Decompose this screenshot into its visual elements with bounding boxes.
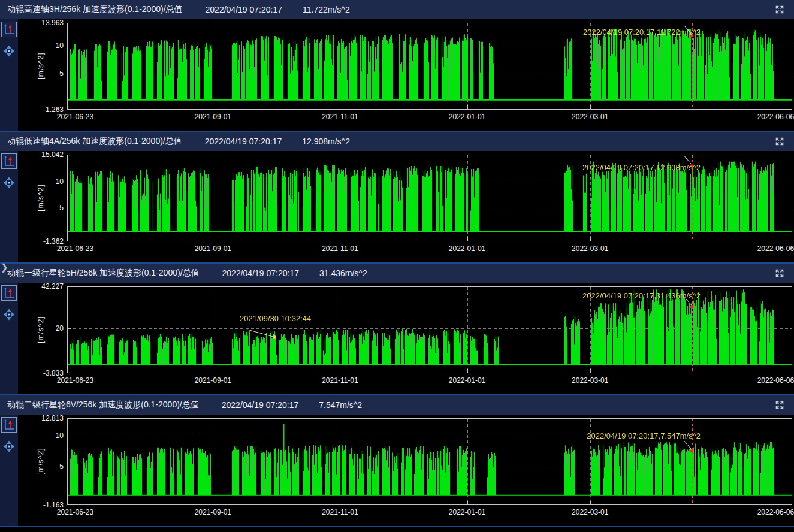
- x-tick-label: 2022-01-01: [449, 508, 485, 516]
- x-tick-label: 2021-09-01: [195, 376, 231, 385]
- panel-title: 动辊一级行星轮5H/256k 加速度波形(0.1-2000)/总值: [7, 268, 200, 279]
- y-tick-label: 10: [4, 177, 64, 186]
- expand-button[interactable]: [772, 398, 787, 412]
- panel-body: [m/s^2] 13.963 10 5 -1.263 2021-06-23 20…: [0, 19, 794, 131]
- panel-header: 动辊低速轴4A/256k 加速度波形(0.1-2000)/总值 2022/04/…: [0, 132, 794, 151]
- panel-header: 动辊高速轴3H/256k 加速度波形(0.1-2000)/总值 2022/04/…: [0, 0, 794, 19]
- panel-toolbar: [0, 283, 18, 394]
- panel-timestamp: 2022/04/19 07:20:17: [205, 137, 282, 146]
- panel-overall-value: 31.436m/s^2: [319, 268, 367, 278]
- x-tick-label: 2022-03-01: [572, 113, 608, 121]
- panel-title: 动辊高速轴3H/256k 加速度波形(0.1-2000)/总值: [7, 4, 183, 15]
- panel-overall-value: 11.722m/s^2: [303, 5, 350, 14]
- cursor-annotation: 2022/04/19 07:20:17,11.722m/s^2: [583, 28, 701, 37]
- x-tick-label: 2021-06-23: [57, 244, 93, 253]
- x-tick-label: 2022-03-01: [572, 508, 608, 516]
- x-tick-label: 2022-01-01: [449, 244, 485, 253]
- cursor-annotation: 2022/04/19 07:20:17,7.547m/s^2: [587, 431, 701, 440]
- x-tick-label: 2021-09-01: [195, 113, 231, 121]
- panel-header: 动辊一级行星轮5H/256k 加速度波形(0.1-2000)/总值 2022/0…: [0, 264, 794, 283]
- sidebar-expand-chevron-icon[interactable]: ❯: [1, 262, 8, 272]
- trend-panel: 动辊低速轴4A/256k 加速度波形(0.1-2000)/总值 2022/04/…: [0, 132, 794, 264]
- y-tick-label: -1.263: [4, 105, 64, 114]
- x-tick-label: 2021-06-23: [57, 376, 93, 385]
- expand-arrows-icon: [774, 136, 785, 147]
- x-tick-label: 2021-09-01: [195, 244, 231, 253]
- expand-arrows-icon: [774, 400, 785, 410]
- x-tick-label: 2022-03-01: [572, 244, 608, 253]
- trend-panel: 动辊高速轴3H/256k 加速度波形(0.1-2000)/总值 2022/04/…: [0, 0, 794, 132]
- pan-button[interactable]: [2, 440, 16, 453]
- y-tick-label: 10: [4, 431, 64, 440]
- x-tick-label: 2021-11-01: [322, 376, 358, 385]
- y-tick-label: 10: [4, 41, 64, 50]
- y-tick-label: 5: [4, 204, 64, 212]
- x-tick-label: 2021-11-01: [322, 113, 358, 121]
- expand-arrows-icon: [774, 4, 785, 15]
- pan-button[interactable]: [2, 308, 16, 321]
- trend-panel: 动辊二级行星轮6V/256k 加速度波形(0.1-2000)/总值 2022/0…: [0, 395, 794, 527]
- x-tick-label: 2022-06-06: [757, 244, 794, 253]
- y-tick-label: 5: [4, 463, 64, 471]
- panel-timestamp: 2022/04/19 07:20:17: [222, 268, 299, 278]
- x-tick-label: 2022-06-06: [757, 113, 794, 121]
- x-tick-label: 2021-11-01: [322, 508, 358, 516]
- x-tick-label: 2021-06-23: [57, 113, 93, 121]
- x-tick-label: 2021-06-23: [57, 508, 93, 516]
- x-tick-label: 2022-03-01: [572, 376, 608, 385]
- trend-panel: 动辊一级行星轮5H/256k 加速度波形(0.1-2000)/总值 2022/0…: [0, 264, 794, 395]
- panel-overall-value: 7.547m/s^2: [319, 400, 362, 410]
- pan-arrows-icon: [3, 440, 15, 452]
- pan-arrows-icon: [3, 309, 15, 321]
- panel-body: [m/s^2] 15.042 10 5 -1.362 2021-06-23 20…: [0, 151, 794, 262]
- x-tick-label: 2021-11-01: [322, 244, 358, 253]
- y-tick-label: 13.963: [4, 19, 64, 27]
- expand-button[interactable]: [772, 2, 787, 17]
- y-tick-label: 42.227: [4, 282, 64, 291]
- y-tick-label: 20: [4, 324, 64, 332]
- x-tick-label: 2021-09-01: [195, 508, 231, 516]
- x-tick-label: 2022-06-06: [757, 508, 794, 516]
- panel-title: 动辊二级行星轮6V/256k 加速度波形(0.1-2000)/总值: [7, 400, 199, 410]
- cursor-annotation: 2022/04/19 07:20:17,12.908m/s^2: [582, 163, 701, 172]
- panel-timestamp: 2022/04/19 07:20:17: [206, 5, 282, 14]
- y-tick-label: -3.833: [4, 369, 64, 377]
- panel-title: 动辊低速轴4A/256k 加速度波形(0.1-2000)/总值: [7, 136, 182, 147]
- y-tick-label: 5: [4, 69, 64, 78]
- panel-body: [m/s^2] 12.813 10 5 -1.163 2021-06-23 20…: [0, 415, 794, 526]
- x-tick-label: 2022-01-01: [449, 113, 485, 121]
- panel-overall-value: 12.908m/s^2: [302, 137, 350, 146]
- y-tick-label: -1.362: [4, 237, 64, 246]
- expand-button[interactable]: [772, 134, 787, 149]
- y-tick-label: 12.813: [4, 414, 64, 422]
- panel-body: [m/s^2] 42.227 20 -3.833 2021-06-23 2021…: [0, 283, 794, 394]
- panel-timestamp: 2022/04/19 07:20:17: [222, 400, 298, 410]
- x-tick-label: 2022-01-01: [449, 376, 485, 385]
- cursor-annotation: 2022/04/19 07:20:17,31.436m/s^2: [582, 291, 701, 300]
- expand-button[interactable]: [772, 266, 787, 280]
- expand-arrows-icon: [774, 268, 785, 279]
- panel-header: 动辊二级行星轮6V/256k 加速度波形(0.1-2000)/总值 2022/0…: [0, 395, 794, 415]
- y-tick-label: -1.163: [4, 501, 64, 509]
- marked-point-annotation: 2021/09/30 10:32:44: [240, 314, 311, 323]
- x-tick-label: 2022-06-06: [757, 376, 794, 385]
- y-tick-label: 15.042: [4, 150, 64, 159]
